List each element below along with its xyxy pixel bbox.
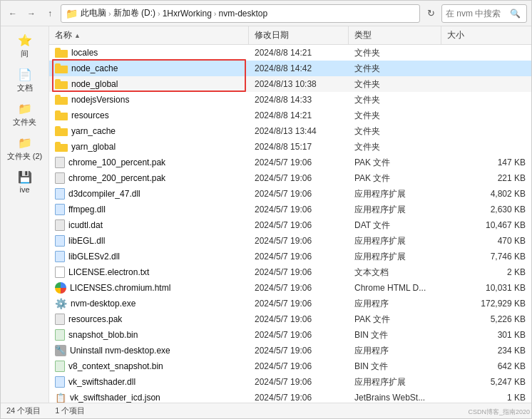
cell-type: DAT 文件	[349, 219, 441, 232]
cell-date: 2024/8/8 15:17	[249, 142, 349, 152]
nav-back-button[interactable]: ←	[5, 6, 21, 21]
cell-name: ⚙️ nvm-desktop.exe	[49, 298, 249, 309]
breadcrumb-current[interactable]: nvm-desktop	[218, 9, 267, 19]
cell-name: yarn_cache	[49, 126, 249, 136]
cell-date: 2024/5/7 19:06	[249, 252, 349, 262]
table-row[interactable]: snapshot_blob.bin 2024/5/7 19:06 BIN 文件 …	[49, 327, 531, 343]
cell-name: chrome_100_percent.pak	[49, 157, 249, 168]
cell-type: 文件夹	[349, 141, 441, 153]
cell-name: 🔧 Uninstall nvm-desktop.exe	[49, 345, 249, 356]
col-header-size[interactable]: 大小	[441, 29, 531, 41]
cell-name: resources.pak	[49, 314, 249, 325]
cell-type: 文件夹	[349, 78, 441, 90]
sidebar-label-0: 间	[21, 48, 29, 59]
search-input[interactable]	[446, 9, 510, 19]
txt-icon	[55, 267, 65, 278]
cell-type: 应用程序扩展	[349, 188, 441, 200]
cell-type: 文件夹	[349, 63, 441, 75]
cell-date: 2024/8/8 14:21	[249, 110, 349, 120]
sidebar-icon-0: ⭐	[18, 33, 32, 47]
cell-date: 2024/8/8 14:42	[249, 63, 349, 73]
table-row[interactable]: yarn_global 2024/8/8 15:17 文件夹	[49, 139, 531, 155]
sidebar-label-3: 文件夹 (2)	[7, 151, 43, 162]
table-row[interactable]: node_global 2024/8/13 10:38 文件夹	[49, 76, 531, 92]
cell-name: 📋 vk_swiftshader_icd.json	[49, 393, 249, 403]
col-header-name[interactable]: 名称 ▲	[49, 26, 249, 44]
cell-date: 2024/5/7 19:06	[249, 377, 349, 387]
cell-date: 2024/8/8 14:33	[249, 95, 349, 105]
search-bar[interactable]: 🔍	[441, 4, 527, 23]
dat-icon	[55, 219, 65, 231]
cell-date: 2024/5/7 19:06	[249, 220, 349, 230]
table-row[interactable]: vk_swiftshader.dll 2024/5/7 19:06 应用程序扩展…	[49, 374, 531, 390]
table-row[interactable]: icudtl.dat 2024/5/7 19:06 DAT 文件 10,467 …	[49, 217, 531, 233]
table-row[interactable]: LICENSES.chromium.html 2024/5/7 19:06 Ch…	[49, 280, 531, 296]
file-list: locales 2024/8/8 14:21 文件夹 node_cache 20…	[49, 45, 531, 403]
cell-date: 2024/5/7 19:06	[249, 299, 349, 309]
cell-date: 2024/5/7 19:06	[249, 314, 349, 324]
main-area: ⭐ 间 📄 文档 📁 文件夹 📁 文件夹 (2) 💾 ive	[1, 26, 531, 403]
table-row[interactable]: node_cache 2024/8/8 14:42 文件夹	[49, 61, 531, 76]
sidebar-item-4[interactable]: 💾 ive	[1, 166, 48, 198]
folder-icon	[55, 126, 68, 136]
sidebar-item-1[interactable]: 📄 文档	[1, 63, 48, 98]
sidebar-item-3[interactable]: 📁 文件夹 (2)	[1, 132, 48, 166]
table-row[interactable]: locales 2024/8/8 14:21 文件夹	[49, 45, 531, 61]
breadcrumb-drive[interactable]: 新加卷 (D:)	[113, 7, 155, 19]
cell-date: 2024/5/7 19:06	[249, 236, 349, 246]
table-row[interactable]: chrome_100_percent.pak 2024/5/7 19:06 PA…	[49, 155, 531, 170]
breadcrumb-computer[interactable]: 此电脑	[81, 7, 106, 19]
cell-type: Chrome HTML D...	[349, 283, 441, 293]
table-row[interactable]: v8_context_snapshot.bin 2024/5/7 19:06 B…	[49, 358, 531, 374]
table-row[interactable]: LICENSE.electron.txt 2024/5/7 19:06 文本文档…	[49, 264, 531, 280]
breadcrumb-working[interactable]: 1HxrWorking	[163, 9, 212, 19]
table-row[interactable]: ffmpeg.dll 2024/5/7 19:06 应用程序扩展 2,630 K…	[49, 202, 531, 217]
cell-size: 301 KB	[441, 330, 531, 340]
cell-size: 147 KB	[441, 157, 531, 167]
table-row[interactable]: resources.pak 2024/5/7 19:06 PAK 文件 5,22…	[49, 311, 531, 327]
nav-up-button[interactable]: ↑	[42, 6, 58, 21]
nav-forward-button[interactable]: →	[24, 6, 39, 21]
cell-size: 642 KB	[441, 361, 531, 371]
table-row[interactable]: libGLESv2.dll 2024/5/7 19:06 应用程序扩展 7,74…	[49, 249, 531, 264]
folder-icon	[55, 48, 68, 58]
table-row[interactable]: ⚙️ nvm-desktop.exe 2024/5/7 19:06 应用程序 1…	[49, 296, 531, 311]
folder-icon	[55, 142, 68, 152]
table-row[interactable]: resources 2024/8/8 14:21 文件夹	[49, 108, 531, 123]
cell-name: node_cache	[49, 63, 249, 73]
cell-size: 5,247 KB	[441, 377, 531, 387]
cell-size: 234 KB	[441, 346, 531, 356]
chrome-icon	[55, 282, 66, 294]
cell-date: 2024/8/8 14:21	[249, 48, 349, 58]
cell-type: 文件夹	[349, 94, 441, 106]
cell-type: PAK 文件	[349, 314, 441, 326]
table-row[interactable]: 📋 vk_swiftshader_icd.json 2024/5/7 19:06…	[49, 390, 531, 403]
cell-name: yarn_global	[49, 142, 249, 152]
sidebar-label-1: 文档	[17, 83, 33, 93]
cell-type: JetBrains WebSt...	[349, 393, 441, 403]
json-icon: 📋	[55, 393, 66, 403]
col-header-date[interactable]: 修改日期	[249, 26, 349, 44]
cell-size: 1 KB	[441, 393, 531, 403]
cell-type: 文本文档	[349, 267, 441, 279]
sidebar-icon-1: 📄	[18, 68, 32, 81]
table-row[interactable]: yarn_cache 2024/8/13 13:44 文件夹	[49, 123, 531, 139]
col-header-type[interactable]: 类型	[349, 26, 441, 44]
refresh-button[interactable]: ↻	[423, 6, 439, 21]
sidebar-item-0[interactable]: ⭐ 间	[1, 29, 48, 63]
cell-type: PAK 文件	[349, 172, 441, 185]
table-row[interactable]: chrome_200_percent.pak 2024/5/7 19:06 PA…	[49, 170, 531, 186]
sidebar-item-2[interactable]: 📁 文件夹	[1, 98, 48, 132]
cell-name: node_global	[49, 79, 249, 89]
cell-type: BIN 文件	[349, 361, 441, 373]
dll-icon	[55, 235, 65, 247]
cell-date: 2024/5/7 19:06	[249, 157, 349, 167]
column-header: 名称 ▲ 修改日期 类型 大小	[49, 26, 531, 45]
table-row[interactable]: libEGL.dll 2024/5/7 19:06 应用程序扩展 470 KB	[49, 233, 531, 249]
table-row[interactable]: d3dcompiler_47.dll 2024/5/7 19:06 应用程序扩展…	[49, 186, 531, 202]
table-row[interactable]: 🔧 Uninstall nvm-desktop.exe 2024/5/7 19:…	[49, 343, 531, 358]
table-row[interactable]: nodejsVersions 2024/8/8 14:33 文件夹	[49, 92, 531, 108]
address-bar: ← → ↑ 📁 此电脑 › 新加卷 (D:) › 1HxrWorking › n…	[1, 1, 531, 26]
bin-icon	[55, 361, 65, 372]
cell-size: 10,467 KB	[441, 220, 531, 230]
